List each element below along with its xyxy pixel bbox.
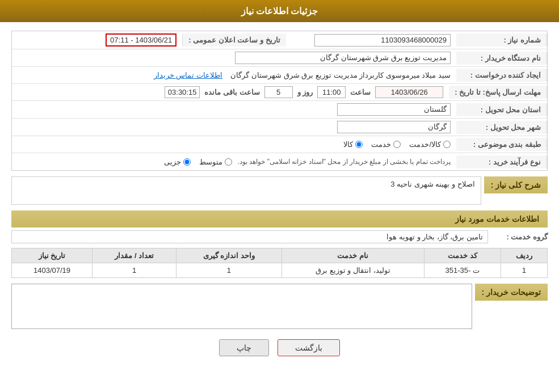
radio-kala-khadamat-label: کالا/خدمت — [409, 140, 441, 149]
row-nam-dastgah: نام دستگاه خریدار : مدیریت توزیع برق شرق… — [12, 49, 547, 67]
mohlat-remaining-label: ساعت باقی مانده — [204, 88, 259, 96]
cell-tarikh: 1403/07/19 — [12, 263, 93, 278]
cell-radif: 1 — [501, 263, 548, 278]
shahr-label: شهر محل تحویل : — [456, 121, 547, 134]
tabaqe-value: کالا/خدمت خدمت کالا — [12, 138, 456, 151]
radio-kala-label: کالا — [343, 140, 353, 149]
sharh-value: اصلاح و بهینه شهری ناحیه 3 — [11, 176, 481, 205]
noe-farayand-label: نوع فرآیند خرید : — [456, 155, 547, 168]
noe-farayand-value: پرداخت تمام یا بخشی از مبلغ خریدار از مح… — [12, 155, 456, 168]
col-tarikh: تاریخ نیاز — [12, 248, 93, 263]
ostan-label: استان محل تحویل : — [456, 103, 547, 116]
nam-dastgah-label: نام دستگاه خریدار : — [456, 52, 547, 65]
cell-kod: ت -35-351 — [424, 263, 501, 278]
row-ijad: ایجاد کننده درخواست : سید میلاد میرموسوی… — [12, 67, 547, 84]
shomare-niaz-value: 1103093468000029 — [286, 32, 456, 49]
table-header-row: ردیف کد خدمت نام خدمت واحد اندازه گیری ت… — [12, 248, 548, 263]
row-noe-farayand: نوع فرآیند خرید : پرداخت تمام یا بخشی از… — [12, 153, 547, 170]
col-nam: نام خدمت — [281, 248, 424, 263]
ijad-label: ایجاد کننده درخواست : — [456, 69, 547, 82]
print-button[interactable]: چاپ — [219, 339, 269, 356]
grohe-row: گروه خدمت : تامین برق، گاز، بخار و تهویه… — [11, 230, 548, 243]
shomare-niaz-box: 1103093468000029 — [314, 34, 451, 47]
shomare-niaz-label: شماره نیاز : — [456, 33, 547, 47]
tabaqe-radio-group: کالا/خدمت خدمت کالا — [18, 140, 451, 149]
ostan-box: گلستان — [337, 103, 451, 116]
radio-jozi-label: جزیی — [164, 158, 181, 166]
khadamat-section-title: اطلاعات خدمات مورد نیاز — [11, 210, 548, 227]
main-info-section: شماره نیاز : 1103093468000029 تاریخ و سا… — [11, 31, 548, 171]
mohlat-label: مهلت ارسال پاسخ: تا تاریخ : — [449, 86, 547, 99]
toseef-container — [11, 284, 472, 331]
ijad-value: سید میلاد میرموسوی کاربرداز مدیریت توزیع… — [12, 69, 456, 82]
header-bar: جزئیات اطلاعات نیاز — [0, 0, 559, 22]
sharh-row: شرح کلی نیاز : اصلاح و بهینه شهری ناحیه … — [11, 176, 548, 205]
mohlat-date: 1403/06/26 — [375, 86, 443, 98]
ijad-text: سید میلاد میرموسوی کاربرداز مدیریت توزیع… — [230, 71, 451, 79]
grohe-label: گروه خدمت : — [491, 233, 548, 241]
radio-kala-khadamat: کالا/خدمت — [409, 140, 451, 149]
sharh-label: شرح کلی نیاز : — [484, 176, 548, 193]
mohlat-remaining: 03:30:15 — [165, 86, 200, 98]
ettelaat-tamas-link[interactable]: اطلاعات تماس خریدار — [154, 71, 222, 79]
mohlat-time: 11:00 — [317, 86, 346, 98]
ostan-value: گلستان — [12, 101, 456, 118]
page-container: جزئیات اطلاعات نیاز شماره نیاز : 1103093… — [0, 0, 559, 392]
cell-tedad: 1 — [93, 263, 176, 278]
time-section: 1403/06/26 ساعت 11:00 روز و 5 ساعت باقی … — [18, 86, 443, 98]
farayand-radio-group: متوسط جزیی — [164, 158, 232, 166]
mohlat-roz-label: روز و — [297, 88, 313, 96]
farayand-container: پرداخت تمام یا بخشی از مبلغ خریدار از مح… — [18, 158, 451, 166]
row-tabaqe: طبقه بندی موضوعی : کالا/خدمت خدمت — [12, 136, 547, 153]
service-table: ردیف کد خدمت نام خدمت واحد اندازه گیری ت… — [11, 248, 548, 278]
radio-khadamat-label: خدمت — [371, 140, 391, 149]
shahr-value: گرگان — [12, 119, 456, 136]
radio-motovaset: متوسط — [199, 158, 232, 166]
radio-motovaset-input[interactable] — [225, 158, 232, 166]
radio-khadamat-input[interactable] — [393, 141, 401, 148]
button-row: بازگشت چاپ — [11, 331, 548, 365]
radio-jozi-input[interactable] — [183, 158, 191, 166]
noe-note: پرداخت تمام یا بخشی از مبلغ خریدار از مح… — [238, 158, 451, 166]
row-ostan: استان محل تحویل : گلستان — [12, 101, 547, 119]
radio-khadamat: خدمت — [371, 140, 401, 149]
nam-dastgah-box: مدیریت توزیع برق شرق شهرستان گرگان — [235, 52, 451, 64]
back-button[interactable]: بازگشت — [278, 339, 340, 356]
radio-motovaset-label: متوسط — [199, 158, 222, 166]
col-radif: ردیف — [501, 248, 548, 263]
mohlat-value: 1403/06/26 ساعت 11:00 روز و 5 ساعت باقی … — [12, 84, 449, 100]
page-title: جزئیات اطلاعات نیاز — [241, 6, 318, 16]
mohlat-time-label: ساعت — [350, 88, 371, 96]
row-shahr: شهر محل تحویل : گرگان — [12, 119, 547, 136]
tarikh-box: 1403/06/21 - 07:11 — [106, 33, 176, 47]
table-row: 1ت -35-351تولید، انتقال و توزیع برق11140… — [12, 263, 548, 278]
radio-kala-khadamat-input[interactable] — [443, 141, 451, 148]
toseef-row: توضیحات خریدار : — [11, 284, 548, 331]
tarikh-label: تاریخ و ساعت اعلان عمومی : — [182, 33, 285, 47]
shahr-box: گرگان — [337, 121, 451, 133]
row-mohlat: مهلت ارسال پاسخ: تا تاریخ : 1403/06/26 س… — [12, 84, 547, 101]
cell-nam: تولید، انتقال و توزیع برق — [281, 263, 424, 278]
grohe-value: تامین برق، گاز، بخار و تهویه هوا — [11, 230, 488, 243]
toseef-textarea[interactable] — [11, 284, 472, 329]
radio-kala-input[interactable] — [355, 141, 363, 148]
col-tedad: تعداد / مقدار — [93, 248, 176, 263]
cell-vahed: 1 — [176, 263, 281, 278]
radio-kala: کالا — [343, 140, 363, 149]
toseef-label: توضیحات خریدار : — [475, 284, 548, 301]
mohlat-roz: 5 — [264, 86, 293, 98]
row-shomare: شماره نیاز : 1103093468000029 تاریخ و سا… — [12, 31, 547, 49]
col-kod: کد خدمت — [424, 248, 501, 263]
content-area: شماره نیاز : 1103093468000029 تاریخ و سا… — [0, 22, 559, 373]
col-vahed: واحد اندازه گیری — [176, 248, 281, 263]
tarikh-value: 1403/06/21 - 07:11 — [12, 31, 182, 49]
tabaqe-label: طبقه بندی موضوعی : — [456, 138, 547, 151]
nam-dastgah-value: مدیریت توزیع برق شرق شهرستان گرگان — [12, 49, 456, 66]
radio-jozi: جزیی — [164, 158, 191, 166]
